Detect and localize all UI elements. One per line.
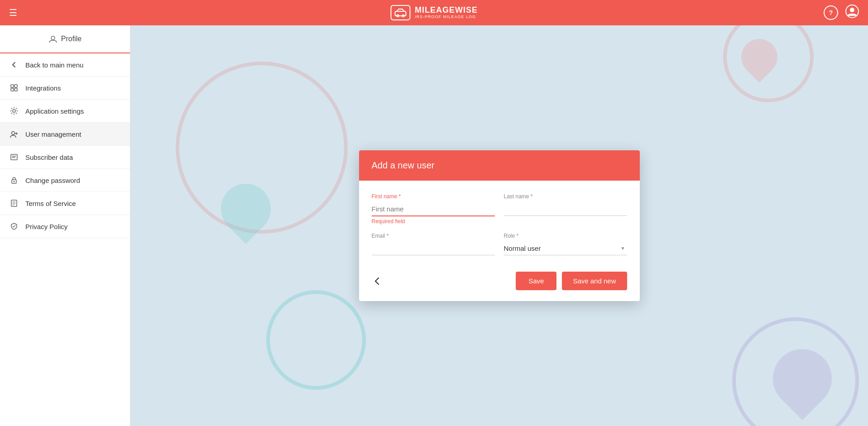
sidebar-item-privacy-label: Privacy Policy bbox=[25, 223, 67, 230]
svg-point-10 bbox=[13, 110, 15, 112]
sidebar-item-integrations-label: Integrations bbox=[25, 84, 61, 92]
email-label: Email * bbox=[372, 233, 495, 239]
brand-text: MILEAGEWISE IRS-PROOF MILEAGE LOG bbox=[415, 6, 478, 19]
sidebar-item-changepw-label: Change password bbox=[25, 177, 80, 184]
dialog-title: Add a new user bbox=[372, 160, 627, 171]
svg-rect-9 bbox=[14, 88, 17, 91]
sidebar-item-back-label: Back to main menu bbox=[25, 61, 83, 69]
logo-area: MILEAGEWISE IRS-PROOF MILEAGE LOG bbox=[390, 5, 478, 20]
svg-point-14 bbox=[14, 181, 15, 182]
dialog-header: Add a new user bbox=[359, 150, 640, 181]
brand-sub: IRS-PROOF MILEAGE LOG bbox=[415, 15, 478, 19]
svg-point-11 bbox=[12, 132, 15, 135]
header-icons: ? bbox=[824, 5, 859, 21]
user-account-button[interactable] bbox=[845, 5, 859, 21]
role-select-wrapper: Normal user Admin bbox=[504, 241, 627, 255]
sidebar-item-subscriber-label: Subscriber data bbox=[25, 153, 73, 161]
form-row-email-role: Email * Role * Normal user Admin bbox=[372, 233, 627, 255]
save-and-new-button[interactable]: Save and new bbox=[562, 272, 627, 290]
svg-rect-12 bbox=[11, 154, 17, 160]
sidebar-profile[interactable]: Profile bbox=[0, 25, 130, 53]
sidebar-item-usermgmt-label: User management bbox=[25, 130, 81, 138]
sidebar-item-terms-label: Terms of Service bbox=[25, 200, 76, 207]
last-name-group: Last name * bbox=[504, 193, 627, 225]
first-name-label: First name * bbox=[372, 193, 495, 200]
role-select[interactable]: Normal user Admin bbox=[504, 241, 627, 255]
sidebar-item-user-management[interactable]: User management bbox=[0, 123, 130, 146]
integrations-icon bbox=[9, 84, 19, 92]
save-button[interactable]: Save bbox=[516, 272, 556, 290]
first-name-input[interactable] bbox=[372, 201, 495, 216]
brand-name: MILEAGEWISE bbox=[415, 6, 478, 15]
app-header: ☰ MILEAGEWISE IRS-PROOF MILEAGE LOG ? bbox=[0, 0, 868, 25]
main-content: Add a new user First name * Required fie… bbox=[130, 25, 868, 426]
add-new-user-dialog: Add a new user First name * Required fie… bbox=[359, 150, 640, 301]
header-left: ☰ bbox=[9, 7, 17, 18]
last-name-label: Last name * bbox=[504, 193, 627, 200]
profile-icon bbox=[48, 34, 58, 43]
dialog-footer: Save Save and new bbox=[359, 264, 640, 301]
change-password-icon bbox=[9, 176, 19, 184]
dialog-action-buttons: Save Save and new bbox=[516, 272, 627, 290]
help-button[interactable]: ? bbox=[824, 5, 838, 20]
car-icon bbox=[394, 8, 407, 17]
svg-rect-6 bbox=[11, 85, 14, 87]
svg-point-5 bbox=[51, 36, 55, 40]
form-row-name: First name * Required field Last name * bbox=[372, 193, 627, 225]
dialog-back-button[interactable] bbox=[372, 276, 383, 287]
sidebar-item-subscriber-data[interactable]: Subscriber data bbox=[0, 146, 130, 169]
sidebar-item-application-settings[interactable]: Application settings bbox=[0, 100, 130, 123]
hamburger-icon[interactable]: ☰ bbox=[9, 7, 17, 18]
first-name-error: Required field bbox=[372, 218, 495, 225]
sidebar-item-integrations[interactable]: Integrations bbox=[0, 77, 130, 100]
role-label: Role * bbox=[504, 233, 627, 239]
svg-rect-8 bbox=[11, 88, 14, 91]
email-group: Email * bbox=[372, 233, 495, 255]
sidebar-item-appsettings-label: Application settings bbox=[25, 107, 84, 115]
user-management-icon bbox=[9, 130, 19, 138]
role-group: Role * Normal user Admin bbox=[504, 233, 627, 255]
sidebar-item-terms[interactable]: Terms of Service bbox=[0, 192, 130, 215]
subscriber-icon bbox=[9, 153, 19, 161]
settings-icon bbox=[9, 107, 19, 115]
sidebar-item-back[interactable]: Back to main menu bbox=[0, 53, 130, 77]
privacy-icon bbox=[9, 222, 19, 230]
sidebar: Profile Back to main menu Integrations bbox=[0, 25, 130, 426]
arrow-back-icon bbox=[9, 61, 19, 69]
terms-icon bbox=[9, 199, 19, 207]
logo-box bbox=[390, 5, 410, 20]
sidebar-item-privacy[interactable]: Privacy Policy bbox=[0, 215, 130, 238]
dialog-overlay: Add a new user First name * Required fie… bbox=[130, 25, 868, 426]
last-name-input[interactable] bbox=[504, 201, 627, 216]
profile-label: Profile bbox=[61, 35, 82, 43]
first-name-group: First name * Required field bbox=[372, 193, 495, 225]
svg-point-4 bbox=[850, 8, 854, 12]
svg-rect-7 bbox=[14, 85, 17, 87]
email-input[interactable] bbox=[372, 241, 495, 255]
sidebar-item-change-password[interactable]: Change password bbox=[0, 169, 130, 192]
dialog-body: First name * Required field Last name * … bbox=[359, 181, 640, 264]
